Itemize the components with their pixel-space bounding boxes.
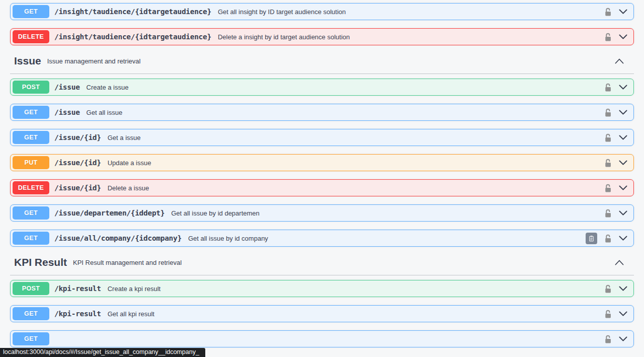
row-icons: [604, 183, 627, 193]
chevron-down-icon[interactable]: [619, 286, 627, 291]
section-rows: POST /issue Create a issue GET /issue Ge…: [10, 79, 634, 247]
row-icons: [604, 133, 627, 142]
row-icons: [604, 334, 627, 344]
endpoint-path: /issue: [54, 83, 80, 91]
chevron-down-icon[interactable]: [619, 160, 627, 165]
unlocked-padlock-icon[interactable]: [604, 183, 612, 193]
chevron-up-icon[interactable]: [615, 260, 624, 265]
section-subtitle: KPI Result management and retrieval: [73, 259, 182, 266]
row-icons: [604, 309, 627, 319]
api-section: KPI Result KPI Result management and ret…: [10, 255, 634, 347]
row-icons: [604, 83, 627, 92]
section-header[interactable]: Issue Issue management and retrieval: [10, 53, 634, 68]
chevron-down-icon[interactable]: [619, 185, 627, 190]
row-icons: [604, 208, 627, 218]
swagger-ui-page: GET /insight/taudience/{idtargetaudience…: [0, 0, 644, 347]
unlocked-padlock-icon[interactable]: [604, 309, 612, 319]
unlocked-padlock-icon[interactable]: [604, 284, 612, 294]
unlocked-padlock-icon[interactable]: [604, 334, 612, 344]
endpoint-description: Get all issue: [87, 109, 123, 116]
copy-to-clipboard-icon[interactable]: [586, 233, 597, 244]
endpoint-row[interactable]: PUT /issue/{id} Update a issue: [10, 154, 634, 171]
endpoint-row[interactable]: GET /kpi-result Get all kpi result: [10, 305, 634, 322]
method-badge[interactable]: GET: [13, 232, 49, 245]
section-header[interactable]: KPI Result KPI Result management and ret…: [10, 255, 634, 270]
unlocked-padlock-icon[interactable]: [604, 83, 612, 92]
unlocked-padlock-icon[interactable]: [604, 208, 612, 218]
endpoint-path: /issue/departemen/{iddept}: [54, 209, 165, 217]
chevron-up-icon[interactable]: [615, 58, 624, 64]
chevron-down-icon[interactable]: [619, 210, 627, 216]
method-badge[interactable]: POST: [13, 282, 49, 295]
method-badge[interactable]: PUT: [13, 156, 49, 169]
endpoint-path: /insight/taudience/{idtargetaudience}: [54, 33, 211, 41]
chevron-down-icon[interactable]: [619, 336, 627, 341]
endpoint-description: Delete a insight by id target audience s…: [218, 33, 350, 41]
chevron-down-icon[interactable]: [619, 311, 627, 316]
section-rows: GET /insight/taudience/{idtargetaudience…: [10, 3, 634, 45]
method-badge[interactable]: DELETE: [13, 181, 49, 194]
section-title: KPI Result: [14, 256, 67, 268]
endpoint-description: Get all insight by ID target audience so…: [218, 8, 346, 16]
chevron-down-icon[interactable]: [619, 135, 627, 140]
endpoint-path: /kpi-result: [54, 310, 101, 318]
section-subtitle: Issue management and retrieval: [47, 57, 141, 65]
unlocked-padlock-icon[interactable]: [604, 108, 612, 117]
endpoint-path: /issue/all/company/{idcompany}: [54, 234, 182, 242]
endpoint-description: Update a issue: [108, 159, 151, 167]
method-badge[interactable]: GET: [13, 332, 49, 345]
endpoint-path: /kpi-result: [54, 284, 101, 293]
unlocked-padlock-icon[interactable]: [604, 133, 612, 142]
section-divider: [10, 74, 634, 74]
endpoint-row[interactable]: GET /issue Get all issue: [10, 104, 634, 121]
row-icons: [604, 284, 627, 294]
chevron-down-icon[interactable]: [619, 9, 627, 14]
browser-status-tooltip: localhost:3000/api/docs/#/Issue/get_issu…: [0, 348, 205, 357]
method-badge[interactable]: GET: [13, 5, 49, 18]
api-section: Issue Issue management and retrieval POS…: [10, 53, 634, 247]
endpoint-row[interactable]: POST /kpi-result Create a kpi result: [10, 280, 634, 297]
endpoint-path: /issue/{id}: [54, 133, 101, 141]
chevron-down-icon[interactable]: [619, 236, 627, 241]
endpoint-description: Create a kpi result: [108, 285, 161, 293]
chevron-down-icon[interactable]: [619, 85, 627, 90]
section-title: Issue: [14, 55, 41, 67]
chevron-down-icon[interactable]: [619, 110, 627, 115]
row-icons: [604, 32, 627, 42]
endpoint-description: Get all issue by id departemen: [171, 209, 260, 217]
endpoint-description: Get all issue by id company: [188, 235, 268, 242]
endpoint-path: /issue: [54, 108, 80, 116]
method-badge[interactable]: GET: [13, 131, 49, 144]
endpoint-row[interactable]: GET /issue/all/company/{idcompany} Get a…: [10, 230, 634, 247]
endpoint-description: Get all kpi result: [108, 310, 154, 318]
row-icons: [604, 158, 627, 168]
chevron-down-icon[interactable]: [619, 34, 627, 39]
api-sections: GET /insight/taudience/{idtargetaudience…: [10, 3, 634, 347]
endpoint-description: Create a issue: [87, 84, 129, 91]
endpoint-row[interactable]: GET /insight/taudience/{idtargetaudience…: [10, 3, 634, 20]
unlocked-padlock-icon[interactable]: [604, 32, 612, 42]
endpoint-path: /issue/{id}: [54, 184, 101, 192]
section-divider: [10, 275, 634, 275]
section-rows: POST /kpi-result Create a kpi result GET…: [10, 280, 634, 347]
endpoint-description: Delete a issue: [108, 184, 149, 192]
unlocked-padlock-icon[interactable]: [604, 158, 612, 168]
endpoint-row[interactable]: DELETE /issue/{id} Delete a issue: [10, 179, 634, 196]
method-badge[interactable]: GET: [13, 307, 49, 320]
row-icons: [604, 7, 627, 17]
endpoint-row[interactable]: POST /issue Create a issue: [10, 79, 634, 96]
method-badge[interactable]: GET: [13, 206, 49, 220]
endpoint-row[interactable]: GET: [10, 330, 634, 347]
endpoint-path: /insight/taudience/{idtargetaudience}: [54, 8, 211, 16]
method-badge[interactable]: GET: [13, 106, 49, 119]
endpoint-description: Get a issue: [108, 134, 141, 141]
method-badge[interactable]: POST: [13, 81, 49, 94]
endpoint-row[interactable]: GET /issue/departemen/{iddept} Get all i…: [10, 204, 634, 222]
method-badge[interactable]: DELETE: [13, 30, 49, 43]
unlocked-padlock-icon[interactable]: [604, 7, 612, 17]
endpoint-row[interactable]: GET /issue/{id} Get a issue: [10, 129, 634, 146]
api-section: GET /insight/taudience/{idtargetaudience…: [10, 3, 634, 45]
row-icons: [586, 233, 627, 244]
endpoint-row[interactable]: DELETE /insight/taudience/{idtargetaudie…: [10, 28, 634, 45]
unlocked-padlock-icon[interactable]: [604, 234, 612, 243]
